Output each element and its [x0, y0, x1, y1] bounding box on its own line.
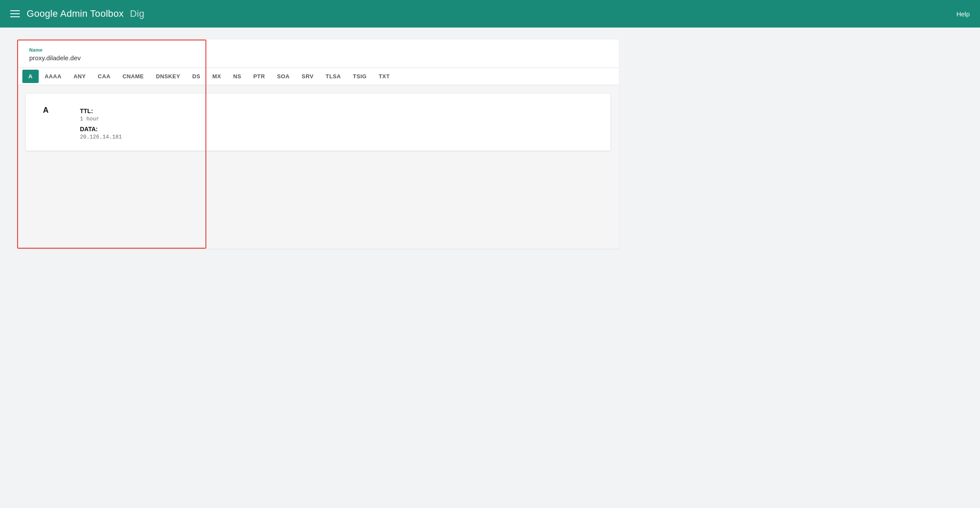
tab-A[interactable]: A	[22, 70, 39, 83]
name-section: Name proxy.diladele.dev	[17, 40, 619, 68]
page-body: Name proxy.diladele.dev A AAAA ANY CAA C…	[0, 28, 980, 508]
record-type-tabs: A AAAA ANY CAA CNAME DNSKEY DS MX NS PTR…	[17, 68, 619, 85]
result-data: TTL: 1 hour DATA: 20.126.14.181	[80, 104, 122, 140]
dns-result-card: A TTL: 1 hour DATA: 20.126.14.181	[26, 94, 610, 151]
ttl-label: TTL:	[80, 108, 122, 114]
name-label: Name	[29, 47, 607, 52]
tab-TLSA[interactable]: TLSA	[320, 70, 347, 83]
tab-CNAME[interactable]: CNAME	[116, 70, 150, 83]
tab-SRV[interactable]: SRV	[296, 70, 320, 83]
ttl-value: 1 hour	[80, 116, 122, 122]
tab-TXT[interactable]: TXT	[373, 70, 396, 83]
results-area: A TTL: 1 hour DATA: 20.126.14.181	[17, 85, 619, 249]
help-link[interactable]: Help	[956, 10, 970, 18]
menu-icon[interactable]	[10, 10, 20, 17]
top-section: Name proxy.diladele.dev A AAAA ANY CAA C…	[17, 40, 619, 85]
tab-DS[interactable]: DS	[186, 70, 206, 83]
name-value: proxy.diladele.dev	[29, 54, 607, 62]
data-label: DATA:	[80, 126, 122, 132]
separator-2	[17, 85, 619, 85]
tab-PTR[interactable]: PTR	[247, 70, 271, 83]
data-value: 20.126.14.181	[80, 134, 122, 140]
tab-TSIG[interactable]: TSIG	[347, 70, 373, 83]
app-header: Google Admin Toolbox Dig Help	[0, 0, 980, 28]
tab-CAA[interactable]: CAA	[92, 70, 116, 83]
result-record-type: A	[43, 104, 56, 115]
tab-NS[interactable]: NS	[227, 70, 247, 83]
tab-ANY[interactable]: ANY	[67, 70, 92, 83]
tab-SOA[interactable]: SOA	[271, 70, 295, 83]
tab-AAAA[interactable]: AAAA	[39, 70, 67, 83]
tab-DNSKEY[interactable]: DNSKEY	[150, 70, 187, 83]
main-container: Name proxy.diladele.dev A AAAA ANY CAA C…	[17, 40, 619, 249]
app-title: Google Admin Toolbox Dig	[27, 8, 144, 19]
tab-MX[interactable]: MX	[206, 70, 227, 83]
main-card: Name proxy.diladele.dev A AAAA ANY CAA C…	[17, 40, 619, 249]
